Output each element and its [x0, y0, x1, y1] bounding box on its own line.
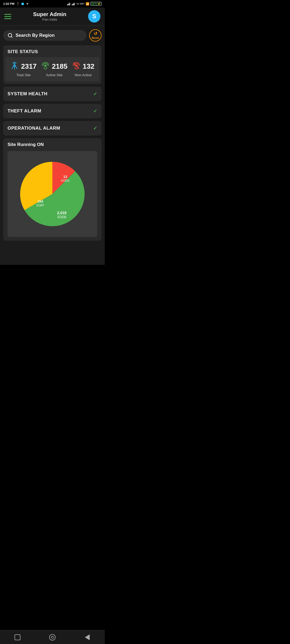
- signal-icon-1: [67, 2, 70, 5]
- non-active-icon: [72, 61, 81, 71]
- operational-alarm-chevron: ✓: [93, 125, 97, 131]
- search-row: ↺ Reset: [3, 29, 102, 42]
- total-site-top: 2317: [10, 61, 37, 71]
- reset-label: Reset: [92, 36, 99, 39]
- pie-chart: 13 SODG 154 SOBT 2,018 SOEB: [15, 156, 90, 232]
- operational-alarm-header[interactable]: OPERATIONAL ALARM ✓: [3, 121, 102, 136]
- header-subtitle: Pan India: [33, 17, 66, 21]
- sodg-value-label: 13: [63, 175, 67, 179]
- active-site-label: Active Site: [46, 73, 63, 77]
- active-site-icon: [41, 61, 50, 71]
- active-site-value: 2185: [52, 62, 67, 71]
- non-active-value: 132: [83, 62, 94, 71]
- site-status-body: 2317 Total Site: [5, 57, 99, 81]
- search-input[interactable]: [16, 33, 82, 38]
- avatar[interactable]: S: [88, 10, 100, 23]
- soeb-name-label: SOEB: [57, 215, 66, 219]
- site-running-section: Site Running ON: [3, 138, 102, 241]
- pie-chart-container: 13 SODG 154 SOBT 2,018 SOEB: [8, 151, 97, 237]
- theft-alarm-header[interactable]: THEFT ALARM ✓: [3, 104, 102, 118]
- active-site-stat: 2185 Active Site: [41, 61, 67, 77]
- sobt-value-label: 154: [37, 199, 43, 203]
- time: 1:02 PM: [3, 2, 15, 5]
- system-health-header[interactable]: SYSTEM HEALTH ✓: [3, 87, 102, 101]
- main-content: ↺ Reset SITE STATUS: [0, 25, 105, 265]
- theft-alarm-card[interactable]: THEFT ALARM ✓: [3, 104, 102, 118]
- hamburger-line-2: [4, 16, 11, 17]
- whatsapp-icon: 📱: [16, 2, 20, 6]
- total-site-stat: 2317 Total Site: [10, 61, 37, 77]
- site-status-title: SITE STATUS: [8, 49, 97, 54]
- svg-point-7: [44, 65, 46, 67]
- notification-dot: [27, 3, 28, 5]
- non-active-label: Non-Active: [75, 73, 92, 77]
- site-running-title: Site Running ON: [8, 142, 97, 147]
- system-health-card[interactable]: SYSTEM HEALTH ✓: [3, 87, 102, 101]
- total-site-icon: [10, 61, 19, 71]
- svg-line-1: [11, 36, 12, 38]
- hamburger-menu[interactable]: [4, 14, 11, 19]
- search-icon: [8, 33, 13, 38]
- site-status-header: SITE STATUS: [3, 45, 102, 57]
- theft-alarm-title: THEFT ALARM: [8, 108, 41, 114]
- sodg-name-label: SODG: [61, 179, 70, 182]
- header-title-block: Super Admin Pan India: [33, 11, 66, 21]
- signal-icon-2: [72, 2, 75, 5]
- total-site-value: 2317: [21, 62, 37, 71]
- theft-alarm-chevron: ✓: [93, 108, 97, 114]
- reset-button[interactable]: ↺ Reset: [89, 29, 102, 42]
- operational-alarm-card[interactable]: OPERATIONAL ALARM ✓: [3, 121, 102, 136]
- system-health-chevron: ✓: [93, 91, 97, 97]
- header: Super Admin Pan India S: [0, 8, 105, 25]
- vo-wifi-label: Vo WiFi: [76, 2, 85, 5]
- operational-alarm-title: OPERATIONAL ALARM: [8, 126, 60, 131]
- sobt-name-label: SOBT: [36, 204, 44, 207]
- hamburger-line-1: [4, 14, 11, 15]
- battery-indicator: 99 % ⚡: [90, 2, 102, 6]
- wifi-icon: 📶: [86, 2, 89, 6]
- system-health-title: SYSTEM HEALTH: [8, 91, 48, 97]
- active-site-top: 2185: [41, 61, 67, 71]
- non-active-top: 132: [72, 61, 94, 71]
- search-input-wrapper[interactable]: [3, 30, 86, 41]
- hamburger-line-3: [4, 18, 11, 19]
- site-status-card: SITE STATUS: [3, 45, 102, 84]
- charging-icon: ⚡: [97, 2, 100, 5]
- header-main-title: Super Admin: [33, 11, 66, 17]
- status-bar-right: Vo WiFi 📶 99 % ⚡: [67, 2, 102, 6]
- reset-arrow-icon: ↺: [94, 32, 97, 36]
- status-bar-left: 1:02 PM 📱 P: [3, 2, 28, 6]
- soeb-value-label: 2,018: [57, 211, 66, 215]
- paytm-icon: P: [21, 3, 24, 5]
- non-active-stat: 132 Non-Active: [72, 61, 94, 77]
- total-site-label: Total Site: [16, 73, 31, 77]
- status-bar: 1:02 PM 📱 P Vo WiFi 📶 99 % ⚡: [0, 0, 105, 8]
